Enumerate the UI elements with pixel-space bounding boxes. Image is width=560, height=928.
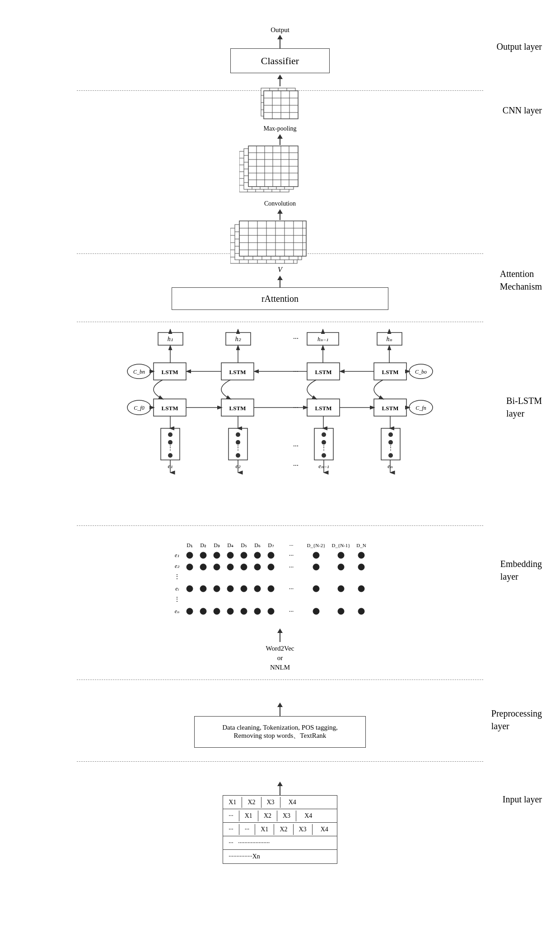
embedding-matrix-svg: D₁ D₂ D₃ D₄ D₅ D₆ D₇ ··· D_{N-2} D_{N-1}… xyxy=(154,541,406,622)
svg-point-205 xyxy=(268,564,274,570)
cnn-layer-section: Max-pooling xyxy=(0,95,560,249)
svg-point-199 xyxy=(187,564,193,570)
svg-point-201 xyxy=(214,564,220,570)
arrow-word2vec xyxy=(266,628,294,642)
svg-point-144 xyxy=(322,432,326,437)
svg-point-207 xyxy=(313,564,319,570)
svg-point-225 xyxy=(241,608,247,614)
svg-text:e₂: e₂ xyxy=(175,563,180,569)
input-table: X1 X2 X3 X4 ··· X1 X2 X3 X4 xyxy=(223,795,337,864)
arrow-to-input xyxy=(277,782,283,795)
svg-text:⋮: ⋮ xyxy=(321,445,327,451)
svg-point-214 xyxy=(241,586,247,592)
svg-point-138 xyxy=(236,432,240,437)
svg-text:D₃: D₃ xyxy=(214,542,220,548)
svg-text:⋮: ⋮ xyxy=(167,445,173,451)
arrow-to-preprocessing xyxy=(277,703,283,716)
svg-text:D₄: D₄ xyxy=(227,542,233,548)
svg-point-204 xyxy=(254,564,261,570)
svg-text:D_{N-1}: D_{N-1} xyxy=(331,543,350,548)
svg-text:C_fn: C_fn xyxy=(415,405,426,411)
svg-point-222 xyxy=(200,608,206,614)
v-label: V xyxy=(278,266,282,274)
svg-text:eₙ: eₙ xyxy=(175,608,180,614)
conv-grid-svg xyxy=(239,145,321,199)
preprocessing-layer-section: Data cleaning, Tokenization, POS tagging… xyxy=(0,684,560,757)
arrow-conv-to-maxpool xyxy=(277,134,283,145)
arrow-to-classifier xyxy=(277,35,283,48)
svg-point-150 xyxy=(388,440,393,445)
attention-layer-label: AttentionMechanism xyxy=(500,267,542,293)
svg-text:C_bn: C_bn xyxy=(133,369,145,375)
rattention-box: rAttention xyxy=(172,287,388,310)
svg-point-134 xyxy=(168,440,173,445)
svg-text:LSTM: LSTM xyxy=(315,369,332,375)
svg-text:⋮: ⋮ xyxy=(387,445,394,451)
svg-point-229 xyxy=(313,608,319,614)
svg-text:LSTM: LSTM xyxy=(162,369,178,375)
separator-preprocessing-input xyxy=(77,761,483,762)
svg-text:···: ··· xyxy=(289,608,294,615)
svg-point-210 xyxy=(187,586,193,592)
cnn-layer-label: CNN layer xyxy=(503,104,542,116)
svg-point-218 xyxy=(313,586,319,592)
output-layer-label: Output layer xyxy=(496,41,542,52)
svg-point-215 xyxy=(254,586,261,592)
svg-point-194 xyxy=(268,552,274,558)
svg-point-198 xyxy=(358,552,364,558)
arrow-maxpool-to-output xyxy=(277,75,283,86)
svg-point-224 xyxy=(227,608,233,614)
svg-text:C_bo: C_bo xyxy=(415,369,427,375)
svg-text:···: ··· xyxy=(293,462,299,469)
separator-attention-bilstm xyxy=(77,322,483,322)
svg-text:···: ··· xyxy=(289,564,294,571)
svg-point-136 xyxy=(168,453,173,458)
svg-text:LSTM: LSTM xyxy=(229,369,246,375)
svg-text:hₙ₋₁: hₙ₋₁ xyxy=(317,336,328,342)
svg-text:hₙ: hₙ xyxy=(386,336,392,342)
svg-point-209 xyxy=(358,564,364,570)
svg-point-197 xyxy=(338,552,344,558)
maxpool-grid-svg xyxy=(257,86,303,122)
svg-point-221 xyxy=(187,608,193,614)
svg-point-226 xyxy=(254,608,261,614)
separator-bilstm-embedding xyxy=(77,525,483,526)
svg-point-145 xyxy=(322,440,326,445)
svg-text:···: ··· xyxy=(293,335,299,342)
svg-text:LSTM: LSTM xyxy=(315,405,332,412)
output-label: Output xyxy=(271,26,289,34)
svg-text:···: ··· xyxy=(289,542,294,548)
svg-point-133 xyxy=(168,432,173,437)
svg-text:···: ··· xyxy=(293,442,299,450)
svg-point-192 xyxy=(241,552,247,558)
svg-text:LSTM: LSTM xyxy=(382,405,399,412)
svg-point-139 xyxy=(236,440,240,445)
separator-embedding-preprocessing xyxy=(77,680,483,680)
svg-text:⋮: ⋮ xyxy=(174,573,180,580)
svg-text:D₇: D₇ xyxy=(268,542,274,548)
svg-point-190 xyxy=(214,552,220,558)
input-layer-label: Input layer xyxy=(503,793,542,805)
svg-text:···: ··· xyxy=(289,552,294,559)
diagram-container: Output Classifier Output layer xyxy=(0,0,560,928)
bilstm-svg: h₁ h₂ ··· hₙ₋₁ hₙ xyxy=(126,329,434,519)
main-diagram: Output Classifier Output layer xyxy=(0,0,560,928)
svg-text:LSTM: LSTM xyxy=(162,405,178,412)
embedding-layer-label: Embeddinglayer xyxy=(500,558,542,583)
svg-point-230 xyxy=(338,608,344,614)
svg-point-200 xyxy=(200,564,206,570)
bilstm-layer-label: Bi-LSTMlayer xyxy=(506,394,542,420)
svg-point-223 xyxy=(214,608,220,614)
word2vec-label: Word2VecorNNLM xyxy=(266,628,294,672)
svg-point-152 xyxy=(388,453,393,458)
attention-layer-section: V rAttention AttentionMechanism xyxy=(0,258,560,317)
embedding-layer-section: D₁ D₂ D₃ D₄ D₅ D₆ D₇ ··· D_{N-2} D_{N-1}… xyxy=(0,530,560,675)
svg-point-213 xyxy=(227,586,233,592)
preprocessing-box: Data cleaning, Tokenization, POS tagging… xyxy=(194,716,366,748)
svg-point-141 xyxy=(236,453,240,458)
svg-text:eᵢ: eᵢ xyxy=(175,586,179,592)
svg-text:h₁: h₁ xyxy=(168,336,173,342)
svg-text:⋮: ⋮ xyxy=(235,445,241,451)
svg-point-196 xyxy=(313,552,319,558)
svg-text:D₆: D₆ xyxy=(254,542,261,548)
